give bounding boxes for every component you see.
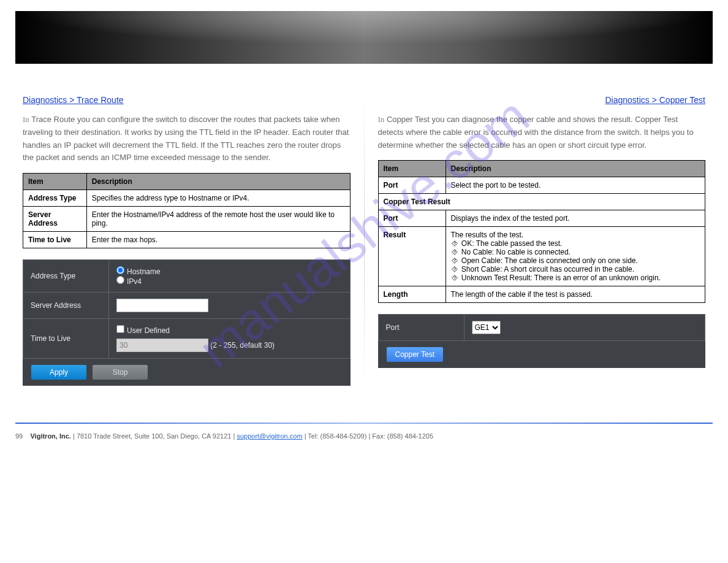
coppertest-spec-table: ItemDescription PortSelect the port to b… (378, 160, 706, 303)
copper-test-button[interactable]: Copper Test (387, 347, 443, 362)
th-item: Item (378, 161, 446, 177)
header-banner (15, 11, 713, 64)
radio-hostname-label: Hostname (127, 267, 161, 276)
apply-button[interactable]: Apply (31, 365, 86, 380)
cell-result-desc: The results of the test. ⯑ OK: The cable… (446, 227, 705, 286)
para-initial: In (378, 115, 385, 124)
checkbox-user-defined-label: User Defined (127, 326, 170, 335)
ttl-input[interactable] (116, 339, 208, 352)
column-divider (364, 94, 365, 386)
cell-ttl: Time to Live (23, 232, 87, 248)
server-address-input[interactable] (116, 299, 208, 312)
cell-port2-desc: Displays the index of the tested port. (446, 210, 705, 227)
breadcrumb-right[interactable]: Diagnostics > Copper Test (605, 95, 705, 105)
left-column: Diagnostics > Trace Route In Trace Route… (15, 94, 358, 386)
cell-server: Server Address (23, 207, 87, 232)
cell-port2: Port (378, 210, 446, 227)
footer-tel: | Tel: (858-484-5209) | Fax: (858) 484-1… (305, 432, 433, 440)
footer-brand: Vigitron, Inc. (30, 432, 70, 440)
radio-hostname[interactable] (116, 266, 124, 274)
cell-addrtype: Address Type (23, 190, 87, 207)
label-port: Port (378, 315, 464, 341)
ttl-hint: (2 - 255, default 30) (210, 341, 275, 350)
cell-port: Port (378, 177, 446, 194)
port-select[interactable]: GE1 (472, 321, 501, 334)
th-desc: Description (86, 174, 350, 190)
footer: 99 Vigitron, Inc. | 7810 Trade Street, S… (0, 424, 728, 457)
stop-button[interactable]: Stop (93, 365, 148, 380)
page-number: 99 (15, 432, 23, 440)
cell-port-desc: Select the port to be tested. (446, 177, 705, 194)
th-item: Item (23, 174, 87, 190)
right-column: Diagnostics > Copper Test In Copper Test… (371, 94, 713, 386)
label-server-address: Server Address (23, 293, 109, 319)
traceroute-desc: In Trace Route you can configure the swi… (23, 113, 351, 164)
traceroute-spec-table: ItemDescription Address TypeSpecifies th… (23, 173, 351, 248)
radio-ipv4[interactable] (116, 276, 124, 284)
label-ttl: Time to Live (23, 319, 109, 359)
breadcrumb-left[interactable]: Diagnostics > Trace Route (23, 95, 124, 105)
checkbox-user-defined[interactable] (116, 325, 124, 333)
cell-server-desc: Enter the Hostname/IPv4 address of the r… (86, 207, 350, 232)
cell-length: Length (378, 286, 446, 303)
traceroute-panel: Address Type Hostname IPv4 Server Addres… (23, 259, 351, 386)
cell-length-desc: The length of the cable if the test is p… (446, 286, 705, 303)
cell-ttl-desc: Enter the max hops. (86, 232, 350, 248)
para-initial: In (23, 115, 29, 124)
label-address-type: Address Type (23, 260, 109, 293)
coppertest-desc: In Copper Test you can diagnose the copp… (378, 113, 706, 151)
footer-email[interactable]: support@vigitron.com (237, 432, 302, 440)
th-desc: Description (446, 161, 705, 177)
cell-addrtype-desc: Specifies the address type to Hostname o… (86, 190, 350, 207)
radio-ipv4-label: IPv4 (127, 277, 142, 286)
cell-result: Result (378, 227, 446, 286)
footer-addr: | 7810 Trade Street, Suite 100, San Dieg… (73, 432, 237, 440)
cell-section: Copper Test Result (378, 194, 705, 210)
coppertest-panel: Port GE1 Copper Test (378, 314, 706, 368)
